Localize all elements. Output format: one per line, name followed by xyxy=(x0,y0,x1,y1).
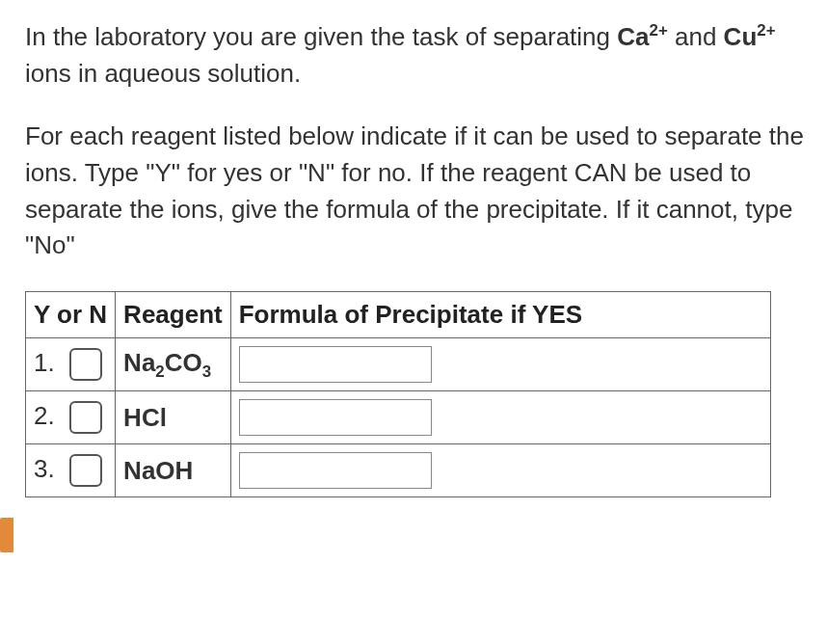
formula-cell-1 xyxy=(230,338,770,391)
yn-cell-2: 2. xyxy=(26,391,116,444)
ion1-charge: 2+ xyxy=(650,21,668,40)
formula-input-3[interactable] xyxy=(239,452,432,489)
intro-paragraph: In the laboratory you are given the task… xyxy=(25,19,808,92)
intro-text-1: In the laboratory you are given the task… xyxy=(25,22,617,51)
row-number: 2. xyxy=(34,401,55,431)
table-header-row: Y or N Reagent Formula of Precipitate if… xyxy=(26,292,771,338)
reagent-3-base: NaOH xyxy=(123,456,193,485)
ion2-charge: 2+ xyxy=(757,21,775,40)
ion-ca: Ca2+ xyxy=(617,22,668,51)
ion1-base: Ca xyxy=(617,22,649,51)
intro-text-2: ions in aqueous solution. xyxy=(25,59,301,88)
reagent-cell-1: Na2CO3 xyxy=(116,338,231,391)
yn-input-2[interactable] xyxy=(69,401,102,434)
formula-cell-3 xyxy=(230,444,770,497)
row-number: 3. xyxy=(34,454,55,484)
header-reagent: Reagent xyxy=(116,292,231,338)
table-row: 2. HCl xyxy=(26,391,771,444)
reagent-1-base: Na xyxy=(123,348,155,377)
header-yn: Y or N xyxy=(26,292,116,338)
reagent-table: Y or N Reagent Formula of Precipitate if… xyxy=(25,291,771,497)
ion2-base: Cu xyxy=(724,22,758,51)
yn-cell-1: 1. xyxy=(26,338,116,391)
formula-input-2[interactable] xyxy=(239,399,432,436)
table-row: 3. NaOH xyxy=(26,444,771,497)
intro-middle: and xyxy=(668,22,724,51)
table-row: 1. Na2CO3 xyxy=(26,338,771,391)
instructions-paragraph: For each reagent listed below indicate i… xyxy=(25,119,808,264)
yn-input-1[interactable] xyxy=(69,348,102,381)
row-number: 1. xyxy=(34,348,55,378)
ion-cu: Cu2+ xyxy=(724,22,776,51)
reagent-1-sub1: 2 xyxy=(155,362,164,381)
reagent-1-sub2: 3 xyxy=(202,362,211,381)
reagent-1-mid: CO xyxy=(165,348,202,377)
reagent-2-base: HCl xyxy=(123,403,167,432)
formula-input-1[interactable] xyxy=(239,346,432,383)
row-marker xyxy=(0,518,13,552)
header-formula: Formula of Precipitate if YES xyxy=(230,292,770,338)
formula-cell-2 xyxy=(230,391,770,444)
reagent-cell-3: NaOH xyxy=(116,444,231,497)
reagent-cell-2: HCl xyxy=(116,391,231,444)
yn-cell-3: 3. xyxy=(26,444,116,497)
yn-input-3[interactable] xyxy=(69,454,102,487)
